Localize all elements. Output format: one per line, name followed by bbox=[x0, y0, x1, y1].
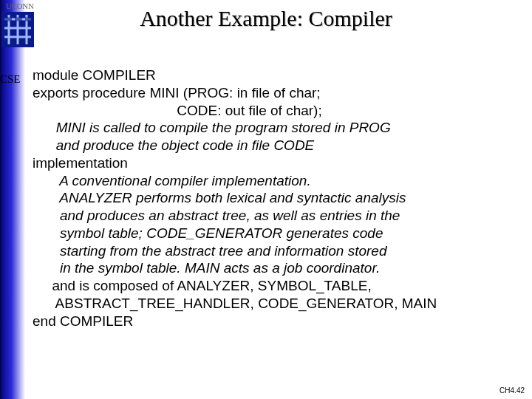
code-line: implementation bbox=[33, 154, 520, 172]
slide-body: module COMPILER exports procedure MINI (… bbox=[33, 66, 520, 330]
cse-label: CSE bbox=[0, 73, 21, 86]
code-line: exports procedure MINI (PROG: in file of… bbox=[33, 84, 520, 102]
comment-line: symbol table; CODE_GENERATOR generates c… bbox=[33, 225, 520, 242]
comment-line: starting from the abstract tree and info… bbox=[33, 242, 520, 260]
slide-title: Another Example: Compiler bbox=[0, 6, 532, 31]
comment-line: and produces an abstract tree, as well a… bbox=[33, 207, 520, 225]
code-line: end COMPILER bbox=[33, 313, 520, 330]
code-line: ABSTRACT_TREE_HANDLER, CODE_GENERATOR, M… bbox=[33, 295, 520, 313]
comment-line: in the symbol table. MAIN acts as a job … bbox=[33, 259, 520, 277]
comment-line: A conventional compiler implementation. bbox=[33, 172, 520, 190]
comment-line: MINI is called to compile the program st… bbox=[33, 119, 520, 137]
code-line: CODE: out file of char); bbox=[33, 102, 520, 120]
left-gradient-band bbox=[0, 0, 25, 399]
comment-line: and produce the object code in file CODE bbox=[33, 137, 520, 154]
code-line: and is composed of ANALYZER, SYMBOL_TABL… bbox=[33, 277, 520, 295]
code-line: module COMPILER bbox=[33, 66, 520, 84]
slide-number: CH4.42 bbox=[499, 386, 525, 395]
comment-line: ANALYZER performs both lexical and synta… bbox=[33, 189, 520, 207]
